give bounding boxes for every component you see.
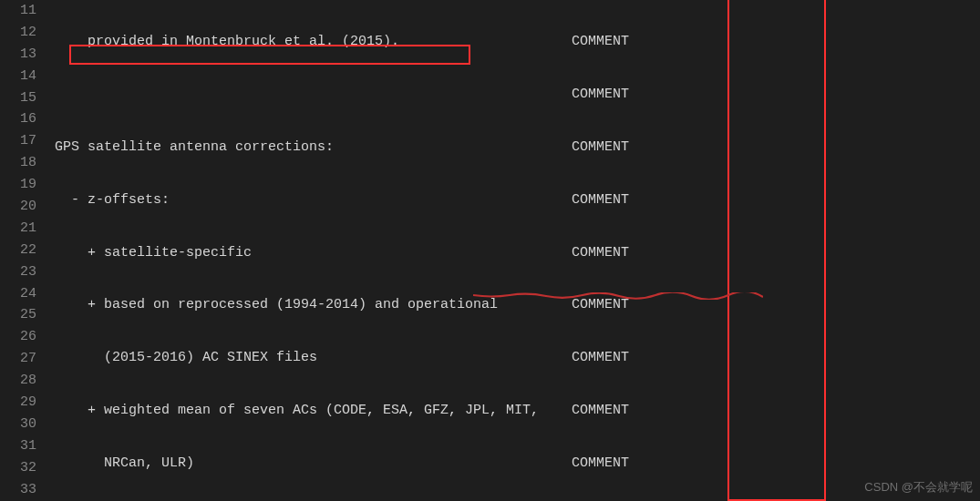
code-line: NRCan, ULR) COMMENT [55, 453, 980, 475]
line-number: 24 [0, 283, 36, 305]
line-number: 30 [0, 414, 36, 435]
line-number: 28 [0, 370, 36, 392]
code-line: + based on reprocessed (1994-2014) and o… [55, 294, 980, 316]
code-line: - z-offsets: COMMENT [55, 189, 980, 211]
line-number: 33 [0, 479, 36, 501]
code-editor: 11 12 13 14 15 16 17 18 19 20 21 22 23 2… [0, 0, 980, 501]
code-text: (2015-2016) AC SINEX files COMMENT [55, 347, 629, 369]
line-number: 22 [0, 240, 36, 261]
code-text: NRCan, ULR) COMMENT [55, 453, 629, 475]
line-number: 25 [0, 304, 36, 326]
line-number: 15 [0, 87, 36, 109]
code-text: + satellite-specific COMMENT [55, 242, 629, 264]
line-number: 31 [0, 435, 36, 457]
line-number-gutter: 11 12 13 14 15 16 17 18 19 20 21 22 23 2… [0, 0, 55, 501]
line-number: 14 [0, 66, 36, 87]
code-text: + based on reprocessed (1994-2014) and o… [55, 294, 629, 316]
line-number: 19 [0, 174, 36, 196]
line-number: 26 [0, 326, 36, 348]
annotation-underline [424, 273, 714, 281]
code-text: GPS satellite antenna corrections: COMME… [55, 137, 629, 158]
code-content[interactable]: provided in Montenbruck et al. (2015). C… [55, 0, 980, 501]
line-number: 32 [0, 457, 36, 479]
line-number: 12 [0, 22, 36, 44]
line-number: 20 [0, 196, 36, 218]
code-line: COMMENT [55, 84, 980, 106]
line-number: 18 [0, 152, 36, 174]
line-number: 17 [0, 130, 36, 152]
line-number: 16 [0, 108, 36, 130]
line-number: 11 [0, 0, 36, 22]
line-number: 13 [0, 44, 36, 66]
code-text: COMMENT [55, 84, 629, 106]
line-number: 23 [0, 261, 36, 283]
watermark: CSDN @不会就学呢 [864, 479, 973, 496]
code-line: + satellite-specific COMMENT [55, 242, 980, 264]
code-text: provided in Montenbruck et al. (2015). C… [55, 31, 629, 53]
code-text: - z-offsets: COMMENT [55, 189, 629, 211]
code-line: GPS satellite antenna corrections: COMME… [55, 137, 980, 158]
line-number: 27 [0, 348, 36, 370]
line-number: 21 [0, 218, 36, 240]
code-line: (2015-2016) AC SINEX files COMMENT [55, 347, 980, 369]
code-line: provided in Montenbruck et al. (2015). C… [55, 31, 980, 53]
code-text: + weighted mean of seven ACs (CODE, ESA,… [55, 400, 629, 422]
line-number: 29 [0, 392, 36, 414]
code-line: + weighted mean of seven ACs (CODE, ESA,… [55, 400, 980, 422]
